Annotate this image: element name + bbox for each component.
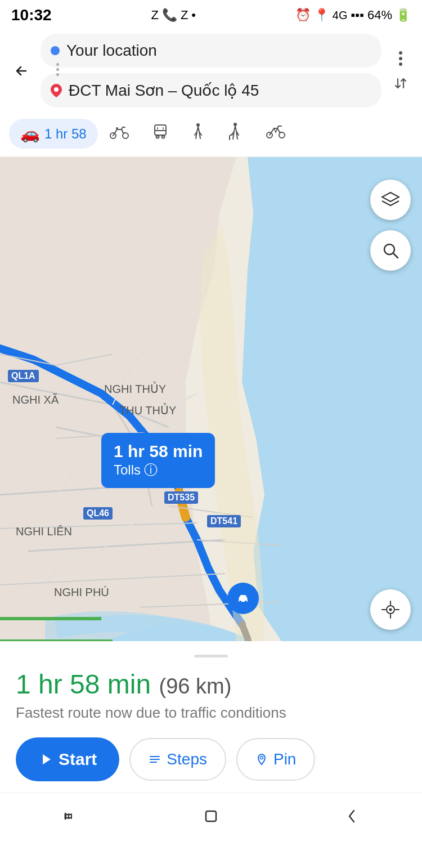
bottom-panel: 1 hr 58 min (96 km) Fastest route now du… xyxy=(0,641,422,793)
pin-button[interactable]: Pin xyxy=(236,738,315,781)
mode-transit[interactable] xyxy=(141,118,180,150)
car-label: 1 hr 58 xyxy=(44,126,87,142)
nav-prev-button[interactable] xyxy=(335,802,369,830)
center-location-button[interactable] xyxy=(370,589,411,630)
map-time-popup: 1 hr 58 min Tolls ⓘ xyxy=(101,433,215,488)
pin-label: Pin xyxy=(273,750,296,768)
mode-hike[interactable] xyxy=(216,117,254,151)
map-container[interactable]: QL1A NGHI XÃ NGHI THỦY THU THỦY Cửa Lò Q… xyxy=(0,157,422,641)
connector-dots xyxy=(56,63,59,76)
zalo2-icon: Z xyxy=(181,8,188,23)
route-time: 1 hr 58 min xyxy=(16,669,151,699)
dot-icon: • xyxy=(191,8,196,23)
nghi-phu-label: NGHI PHÚ xyxy=(54,586,109,599)
popup-sub: Tolls ⓘ xyxy=(114,461,203,479)
nghi-xa-label: NGHI XÃ xyxy=(12,393,59,406)
svg-point-5 xyxy=(123,133,128,138)
transit-icon xyxy=(152,123,169,144)
transport-modes: 🚗 1 hr 58 xyxy=(0,113,422,157)
start-button[interactable]: Start xyxy=(16,737,119,781)
status-app-icons: Z 📞 Z • xyxy=(151,8,196,23)
motorbike-icon xyxy=(109,124,129,144)
phone-icon: 📞 xyxy=(162,8,177,23)
status-right: ⏰ 📍 4G ▪▪▪ 64% 🔋 xyxy=(295,8,411,23)
route-distance: (96 km) xyxy=(159,674,232,698)
mode-walk[interactable] xyxy=(180,117,216,150)
layer-button[interactable] xyxy=(370,180,411,220)
origin-dot xyxy=(51,46,60,55)
nghi-lien-label: NGHI LIÊN xyxy=(16,525,72,538)
nav-bar xyxy=(0,793,422,842)
back-button[interactable] xyxy=(9,59,34,83)
ql46-badge: QL46 xyxy=(83,507,113,520)
battery-text: 64% xyxy=(367,8,392,23)
bars-icon: ▪▪▪ xyxy=(351,8,364,23)
svg-point-3 xyxy=(399,62,402,66)
destination-pin xyxy=(51,85,62,96)
nghi-thuy-label: NGHI THỦY xyxy=(104,382,166,396)
status-time: 10:32 xyxy=(11,6,52,24)
svg-point-1 xyxy=(399,51,402,55)
svg-point-2 xyxy=(399,57,402,60)
action-buttons: Start Steps Pin xyxy=(16,737,406,781)
status-bar: 10:32 Z 📞 Z • ⏰ 📍 4G ▪▪▪ 64% 🔋 xyxy=(0,0,422,28)
svg-rect-23 xyxy=(239,601,241,602)
nav-home-button[interactable] xyxy=(194,802,228,830)
svg-point-37 xyxy=(260,757,263,759)
vinh-label: Vinh xyxy=(54,638,88,641)
more-button[interactable] xyxy=(388,46,413,71)
zalo-icon: Z xyxy=(151,8,158,23)
info-icon: ⓘ xyxy=(144,461,158,479)
location-icon: 📍 xyxy=(314,8,329,23)
location-inputs: Your location ĐCT Mai Sơn – Quốc lộ 45 xyxy=(41,34,381,108)
battery-icon: 🔋 xyxy=(396,8,411,23)
ql1a-badge: QL1A xyxy=(8,370,39,382)
hike-icon xyxy=(227,122,243,145)
car-marker xyxy=(227,583,259,614)
destination-text: ĐCT Mai Sơn – Quốc lộ 45 xyxy=(69,81,371,100)
swap-button[interactable] xyxy=(388,71,413,96)
top-nav: Your location ĐCT Mai Sơn – Quốc lộ 45 xyxy=(0,28,422,113)
popup-time: 1 hr 58 min xyxy=(114,442,203,461)
svg-rect-45 xyxy=(206,811,216,821)
svg-marker-33 xyxy=(43,754,51,764)
svg-point-28 xyxy=(389,609,392,611)
bike-icon xyxy=(266,124,286,144)
svg-point-0 xyxy=(54,87,59,92)
route-description: Fastest route now due to traffic conditi… xyxy=(16,704,406,722)
origin-input-row[interactable]: Your location xyxy=(41,34,381,68)
start-label: Start xyxy=(59,750,97,769)
drag-handle xyxy=(194,655,228,657)
dt541-badge: DT541 xyxy=(207,515,241,527)
signal-icon: 4G xyxy=(333,9,348,22)
route-summary: 1 hr 58 min (96 km) xyxy=(16,669,406,700)
thu-thuy-label: THU THỦY xyxy=(119,404,176,417)
svg-line-26 xyxy=(393,253,398,258)
svg-point-6 xyxy=(116,127,118,129)
alarm-icon: ⏰ xyxy=(295,8,311,23)
map-search-button[interactable] xyxy=(370,230,411,271)
mode-motorbike[interactable] xyxy=(98,118,141,149)
nav-back-button[interactable] xyxy=(53,802,87,830)
mode-bike[interactable] xyxy=(254,118,297,149)
steps-label: Steps xyxy=(167,750,207,768)
svg-point-20 xyxy=(279,132,285,138)
origin-text: Your location xyxy=(66,42,371,60)
destination-input-row[interactable]: ĐCT Mai Sơn – Quốc lộ 45 xyxy=(41,73,381,108)
mode-car[interactable]: 🚗 1 hr 58 xyxy=(9,119,98,149)
svg-rect-24 xyxy=(245,601,247,602)
steps-button[interactable]: Steps xyxy=(129,738,226,781)
dt535-badge: DT535 xyxy=(164,491,198,504)
tolls-label: Tolls xyxy=(114,462,141,478)
walk-icon xyxy=(191,123,205,145)
car-icon: 🚗 xyxy=(20,124,40,143)
